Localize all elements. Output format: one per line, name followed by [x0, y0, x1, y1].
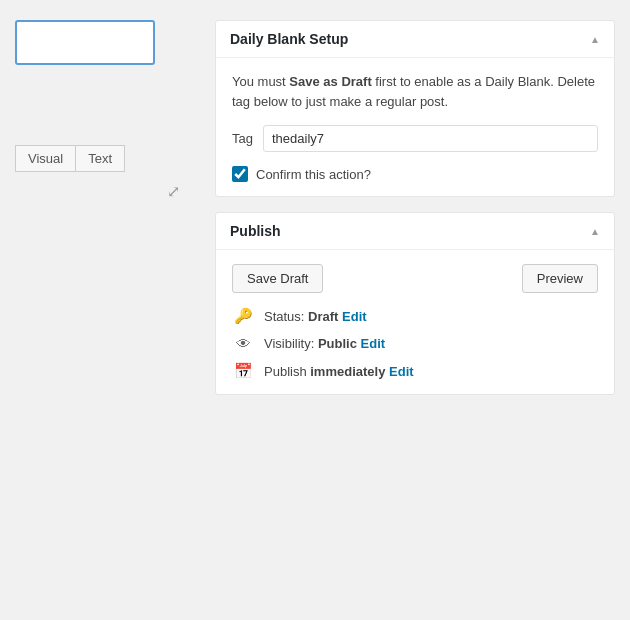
- tag-row: Tag: [232, 125, 598, 152]
- publish-time-row: 📅 Publish immediately Edit: [232, 362, 598, 380]
- publish-meta: 🔑 Status: Draft Edit 👁 Visibility: Publi…: [232, 307, 598, 380]
- daily-blank-body: You must Save as Draft first to enable a…: [216, 58, 614, 196]
- visibility-icon: 👁: [232, 335, 254, 352]
- status-icon: 🔑: [232, 307, 254, 325]
- publish-body: Save Draft Preview 🔑 Status: Draft Edit …: [216, 250, 614, 394]
- visibility-label: Visibility:: [264, 336, 318, 351]
- visibility-value: Public: [318, 336, 357, 351]
- save-draft-button[interactable]: Save Draft: [232, 264, 323, 293]
- publish-time-text: Publish immediately Edit: [264, 364, 414, 379]
- confirm-label: Confirm this action?: [256, 167, 371, 182]
- publish-header: Publish ▲: [216, 213, 614, 250]
- tag-label: Tag: [232, 131, 253, 146]
- right-panel: Daily Blank Setup ▲ You must Save as Dra…: [200, 0, 630, 620]
- status-value: Draft: [308, 309, 338, 324]
- publish-label: Publish: [264, 364, 310, 379]
- publish-edit-link[interactable]: Edit: [389, 364, 414, 379]
- status-row: 🔑 Status: Draft Edit: [232, 307, 598, 325]
- publish-value: immediately: [310, 364, 385, 379]
- fullscreen-button-row: ⤢: [15, 182, 185, 201]
- publish-collapse-icon[interactable]: ▲: [590, 226, 600, 237]
- left-panel: Visual Text ⤢: [0, 0, 200, 620]
- publish-title: Publish: [230, 223, 281, 239]
- editor-tabs: Visual Text: [15, 145, 185, 172]
- daily-blank-header: Daily Blank Setup ▲: [216, 21, 614, 58]
- visibility-edit-link[interactable]: Edit: [361, 336, 386, 351]
- daily-blank-collapse-icon[interactable]: ▲: [590, 34, 600, 45]
- daily-blank-widget: Daily Blank Setup ▲ You must Save as Dra…: [215, 20, 615, 197]
- confirm-checkbox[interactable]: [232, 166, 248, 182]
- visibility-text: Visibility: Public Edit: [264, 336, 385, 351]
- tab-visual[interactable]: Visual: [15, 145, 75, 172]
- publish-time-icon: 📅: [232, 362, 254, 380]
- save-as-draft-emphasis: Save as Draft: [289, 74, 371, 89]
- publish-widget: Publish ▲ Save Draft Preview 🔑 Status: D…: [215, 212, 615, 395]
- editor-input[interactable]: [15, 20, 155, 65]
- daily-blank-title: Daily Blank Setup: [230, 31, 348, 47]
- status-label: Status:: [264, 309, 308, 324]
- publish-actions: Save Draft Preview: [232, 264, 598, 293]
- visibility-row: 👁 Visibility: Public Edit: [232, 335, 598, 352]
- status-text: Status: Draft Edit: [264, 309, 367, 324]
- tag-input[interactable]: [263, 125, 598, 152]
- setup-description: You must Save as Draft first to enable a…: [232, 72, 598, 111]
- confirm-row: Confirm this action?: [232, 166, 598, 182]
- fullscreen-icon[interactable]: ⤢: [167, 182, 180, 201]
- preview-button[interactable]: Preview: [522, 264, 598, 293]
- tab-text[interactable]: Text: [75, 145, 125, 172]
- status-edit-link[interactable]: Edit: [342, 309, 367, 324]
